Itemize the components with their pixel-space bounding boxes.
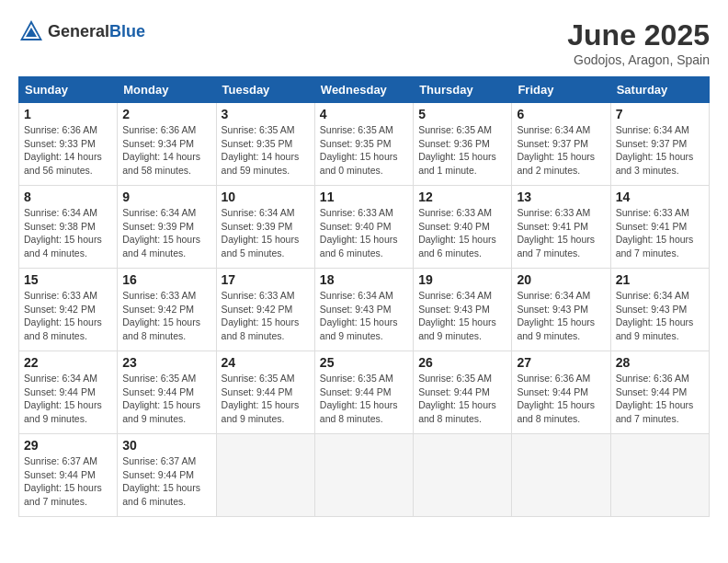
day-info: Sunrise: 6:35 AM Sunset: 9:35 PM Dayligh… xyxy=(222,123,310,178)
day-info: Sunrise: 6:35 AM Sunset: 9:44 PM Dayligh… xyxy=(320,372,408,426)
day-info: Sunrise: 6:34 AM Sunset: 9:43 PM Dayligh… xyxy=(517,289,605,343)
week-row-5: 29Sunrise: 6:37 AM Sunset: 9:44 PM Dayli… xyxy=(19,434,710,517)
day-cell-9: 9Sunrise: 6:34 AM Sunset: 9:39 PM Daylig… xyxy=(118,186,216,269)
day-info: Sunrise: 6:33 AM Sunset: 9:42 PM Dayligh… xyxy=(24,289,112,343)
day-info: Sunrise: 6:35 AM Sunset: 9:44 PM Dayligh… xyxy=(418,372,506,426)
day-info: Sunrise: 6:36 AM Sunset: 9:44 PM Dayligh… xyxy=(616,372,704,426)
day-info: Sunrise: 6:34 AM Sunset: 9:43 PM Dayligh… xyxy=(320,289,408,343)
calendar-body: 1Sunrise: 6:36 AM Sunset: 9:33 PM Daylig… xyxy=(19,103,710,517)
general-blue-icon xyxy=(18,18,44,44)
title-area: June 2025 Godojos, Aragon, Spain xyxy=(567,18,710,67)
day-cell-28: 28Sunrise: 6:36 AM Sunset: 9:44 PM Dayli… xyxy=(610,351,709,434)
day-cell-empty xyxy=(512,434,610,517)
day-cell-10: 10Sunrise: 6:34 AM Sunset: 9:39 PM Dayli… xyxy=(216,186,314,269)
day-number: 23 xyxy=(122,355,210,370)
day-number: 16 xyxy=(122,272,210,287)
header-row: SundayMondayTuesdayWednesdayThursdayFrid… xyxy=(19,77,710,103)
day-cell-empty xyxy=(610,434,709,517)
logo: GeneralBlue xyxy=(18,18,145,44)
day-number: 1 xyxy=(24,107,112,121)
day-cell-3: 3Sunrise: 6:35 AM Sunset: 9:35 PM Daylig… xyxy=(216,103,314,186)
day-cell-26: 26Sunrise: 6:35 AM Sunset: 9:44 PM Dayli… xyxy=(414,351,512,434)
day-cell-11: 11Sunrise: 6:33 AM Sunset: 9:40 PM Dayli… xyxy=(314,186,413,269)
day-header-friday: Friday xyxy=(512,77,610,103)
day-cell-14: 14Sunrise: 6:33 AM Sunset: 9:41 PM Dayli… xyxy=(610,186,709,269)
day-info: Sunrise: 6:35 AM Sunset: 9:44 PM Dayligh… xyxy=(222,372,310,426)
day-number: 26 xyxy=(418,355,506,370)
day-number: 9 xyxy=(122,190,210,204)
day-number: 2 xyxy=(122,107,210,121)
day-number: 10 xyxy=(222,190,310,204)
day-info: Sunrise: 6:34 AM Sunset: 9:43 PM Dayligh… xyxy=(616,289,704,343)
day-info: Sunrise: 6:34 AM Sunset: 9:39 PM Dayligh… xyxy=(122,206,210,260)
day-info: Sunrise: 6:34 AM Sunset: 9:44 PM Dayligh… xyxy=(24,372,112,426)
day-cell-7: 7Sunrise: 6:34 AM Sunset: 9:37 PM Daylig… xyxy=(610,103,709,186)
logo-text: GeneralBlue xyxy=(48,22,145,41)
day-info: Sunrise: 6:37 AM Sunset: 9:44 PM Dayligh… xyxy=(24,454,112,509)
day-cell-30: 30Sunrise: 6:37 AM Sunset: 9:44 PM Dayli… xyxy=(118,434,216,517)
day-cell-16: 16Sunrise: 6:33 AM Sunset: 9:42 PM Dayli… xyxy=(118,269,216,351)
day-cell-4: 4Sunrise: 6:35 AM Sunset: 9:35 PM Daylig… xyxy=(314,103,413,186)
day-number: 7 xyxy=(616,107,704,121)
day-header-sunday: Sunday xyxy=(19,77,118,103)
day-cell-20: 20Sunrise: 6:34 AM Sunset: 9:43 PM Dayli… xyxy=(512,269,610,351)
day-info: Sunrise: 6:34 AM Sunset: 9:37 PM Dayligh… xyxy=(616,123,704,178)
month-title: June 2025 xyxy=(567,18,710,52)
day-cell-8: 8Sunrise: 6:34 AM Sunset: 9:38 PM Daylig… xyxy=(19,186,118,269)
day-info: Sunrise: 6:33 AM Sunset: 9:40 PM Dayligh… xyxy=(418,206,506,260)
location-title: Godojos, Aragon, Spain xyxy=(567,52,710,67)
day-header-thursday: Thursday xyxy=(414,77,512,103)
day-info: Sunrise: 6:33 AM Sunset: 9:40 PM Dayligh… xyxy=(320,206,408,260)
day-cell-5: 5Sunrise: 6:35 AM Sunset: 9:36 PM Daylig… xyxy=(414,103,512,186)
day-number: 3 xyxy=(222,107,310,121)
day-cell-12: 12Sunrise: 6:33 AM Sunset: 9:40 PM Dayli… xyxy=(414,186,512,269)
page-header: GeneralBlue June 2025 Godojos, Aragon, S… xyxy=(18,18,710,67)
day-number: 15 xyxy=(24,272,112,287)
day-info: Sunrise: 6:33 AM Sunset: 9:41 PM Dayligh… xyxy=(517,206,605,260)
day-number: 28 xyxy=(616,355,704,370)
day-number: 27 xyxy=(517,355,605,370)
day-cell-24: 24Sunrise: 6:35 AM Sunset: 9:44 PM Dayli… xyxy=(216,351,314,434)
day-number: 4 xyxy=(320,107,408,121)
calendar-table: SundayMondayTuesdayWednesdayThursdayFrid… xyxy=(18,76,710,517)
day-cell-29: 29Sunrise: 6:37 AM Sunset: 9:44 PM Dayli… xyxy=(19,434,118,517)
day-cell-2: 2Sunrise: 6:36 AM Sunset: 9:34 PM Daylig… xyxy=(118,103,216,186)
day-number: 11 xyxy=(320,190,408,204)
day-cell-23: 23Sunrise: 6:35 AM Sunset: 9:44 PM Dayli… xyxy=(118,351,216,434)
day-number: 30 xyxy=(122,438,210,453)
day-info: Sunrise: 6:33 AM Sunset: 9:42 PM Dayligh… xyxy=(222,289,310,343)
logo-container: GeneralBlue xyxy=(18,18,145,44)
day-cell-18: 18Sunrise: 6:34 AM Sunset: 9:43 PM Dayli… xyxy=(314,269,413,351)
day-info: Sunrise: 6:35 AM Sunset: 9:44 PM Dayligh… xyxy=(122,372,210,426)
day-header-wednesday: Wednesday xyxy=(314,77,413,103)
day-cell-19: 19Sunrise: 6:34 AM Sunset: 9:43 PM Dayli… xyxy=(414,269,512,351)
day-number: 14 xyxy=(616,190,704,204)
day-info: Sunrise: 6:37 AM Sunset: 9:44 PM Dayligh… xyxy=(122,454,210,509)
day-cell-empty xyxy=(314,434,413,517)
day-info: Sunrise: 6:34 AM Sunset: 9:38 PM Dayligh… xyxy=(24,206,112,260)
day-info: Sunrise: 6:34 AM Sunset: 9:39 PM Dayligh… xyxy=(222,206,310,260)
day-number: 18 xyxy=(320,272,408,287)
day-cell-17: 17Sunrise: 6:33 AM Sunset: 9:42 PM Dayli… xyxy=(216,269,314,351)
day-info: Sunrise: 6:33 AM Sunset: 9:42 PM Dayligh… xyxy=(122,289,210,343)
day-info: Sunrise: 6:34 AM Sunset: 9:37 PM Dayligh… xyxy=(517,123,605,178)
day-cell-empty xyxy=(414,434,512,517)
day-number: 12 xyxy=(418,190,506,204)
day-info: Sunrise: 6:36 AM Sunset: 9:34 PM Dayligh… xyxy=(122,123,210,178)
day-number: 5 xyxy=(418,107,506,121)
week-row-1: 1Sunrise: 6:36 AM Sunset: 9:33 PM Daylig… xyxy=(19,103,710,186)
day-header-tuesday: Tuesday xyxy=(216,77,314,103)
day-cell-13: 13Sunrise: 6:33 AM Sunset: 9:41 PM Dayli… xyxy=(512,186,610,269)
day-header-monday: Monday xyxy=(118,77,216,103)
day-cell-25: 25Sunrise: 6:35 AM Sunset: 9:44 PM Dayli… xyxy=(314,351,413,434)
day-number: 21 xyxy=(616,272,704,287)
day-number: 29 xyxy=(24,438,112,453)
day-header-saturday: Saturday xyxy=(610,77,709,103)
day-number: 8 xyxy=(24,190,112,204)
day-number: 17 xyxy=(222,272,310,287)
day-info: Sunrise: 6:35 AM Sunset: 9:35 PM Dayligh… xyxy=(320,123,408,178)
day-info: Sunrise: 6:33 AM Sunset: 9:41 PM Dayligh… xyxy=(616,206,704,260)
day-cell-21: 21Sunrise: 6:34 AM Sunset: 9:43 PM Dayli… xyxy=(610,269,709,351)
day-cell-6: 6Sunrise: 6:34 AM Sunset: 9:37 PM Daylig… xyxy=(512,103,610,186)
day-cell-27: 27Sunrise: 6:36 AM Sunset: 9:44 PM Dayli… xyxy=(512,351,610,434)
